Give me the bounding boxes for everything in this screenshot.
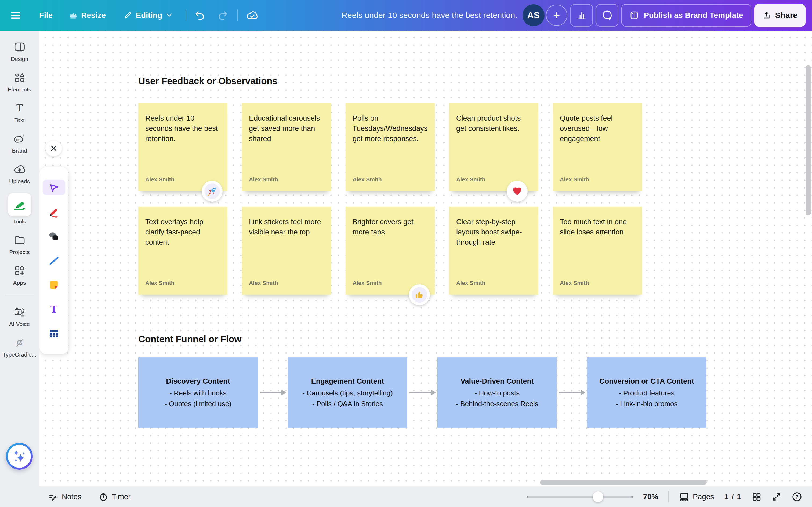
sticky-note[interactable]: Clear step-by-step layouts boost swipe-t… bbox=[449, 207, 539, 294]
sticky-note[interactable]: Text overlays help clarify fast-paced co… bbox=[138, 207, 227, 294]
sticky-note[interactable]: Link stickers feel more visible near the… bbox=[242, 207, 331, 294]
sticky-note[interactable]: Educational carousels get saved more tha… bbox=[242, 103, 331, 191]
undo-icon bbox=[194, 10, 206, 21]
editing-mode-dropdown[interactable]: Editing bbox=[123, 11, 172, 20]
fullscreen-button[interactable] bbox=[772, 492, 781, 502]
file-menu-button[interactable]: File bbox=[39, 11, 53, 20]
sticky-note-text: Text overlays help clarify fast-paced co… bbox=[145, 218, 203, 246]
publish-brand-template-button[interactable]: Publish as Brand Template bbox=[621, 4, 751, 26]
horizontal-scrollbar[interactable] bbox=[540, 480, 707, 485]
reaction-badge[interactable] bbox=[507, 181, 528, 202]
tool-draw-button[interactable] bbox=[43, 204, 65, 220]
grid-view-icon bbox=[752, 492, 762, 502]
expand-icon bbox=[772, 492, 781, 502]
sidebar-item-typegradient[interactable]: G TypeGradie... bbox=[0, 336, 39, 358]
share-button[interactable]: Share bbox=[754, 4, 806, 26]
sticky-note[interactable]: Brighter covers get more taps Alex Smith bbox=[346, 207, 435, 294]
sticky-note-text: Too much text in one slide loses attenti… bbox=[560, 218, 627, 236]
flow-box-item: - How-to posts bbox=[475, 389, 520, 397]
document-title[interactable]: Reels under 10 seconds have the best ret… bbox=[342, 11, 517, 20]
flow-arrow[interactable] bbox=[258, 357, 288, 428]
sticky-note[interactable]: Clean product shots get consistent likes… bbox=[449, 103, 539, 191]
sticky-note-author: Alex Smith bbox=[456, 278, 486, 288]
pages-button[interactable]: Pages bbox=[679, 492, 714, 502]
text-icon: T bbox=[14, 103, 25, 113]
notes-icon bbox=[49, 492, 58, 502]
vertical-scrollbar[interactable] bbox=[806, 65, 811, 215]
section-title-feedback[interactable]: User Feedback or Observations bbox=[138, 76, 277, 87]
resize-button[interactable]: Resize bbox=[69, 11, 106, 20]
flow-box-engagement[interactable]: Engagement Content - Carousels (tips, st… bbox=[288, 357, 407, 428]
whiteboard-canvas[interactable]: User Feedback or Observations Reels unde… bbox=[39, 31, 812, 486]
sidebar-item-text[interactable]: T Text bbox=[0, 101, 39, 123]
redo-icon bbox=[217, 10, 228, 21]
undo-button[interactable] bbox=[194, 10, 206, 21]
sidebar-item-ai-voice[interactable]: T AI Voice bbox=[0, 305, 39, 327]
notes-label: Notes bbox=[62, 493, 81, 501]
tool-sticky-note-button[interactable] bbox=[43, 277, 65, 293]
sidebar-item-uploads[interactable]: Uploads bbox=[0, 163, 39, 184]
flow-box-discovery[interactable]: Discovery Content - Reels with hooks - Q… bbox=[138, 357, 258, 428]
grid-view-button[interactable] bbox=[752, 492, 762, 502]
sidebar-item-projects[interactable]: Projects bbox=[0, 233, 39, 256]
avatar[interactable]: AS bbox=[522, 4, 545, 26]
sidebar-label: Brand bbox=[12, 148, 27, 154]
sticky-note-author: Alex Smith bbox=[145, 278, 174, 288]
flow-arrow[interactable] bbox=[557, 357, 587, 428]
ai-assistant-button[interactable] bbox=[6, 443, 33, 470]
cloud-save-status-button[interactable] bbox=[246, 10, 258, 21]
main-menu-button[interactable] bbox=[11, 11, 20, 19]
flow-arrow[interactable] bbox=[407, 357, 438, 428]
sparkles-icon bbox=[12, 449, 27, 464]
sidebar-item-elements[interactable]: Elements bbox=[0, 71, 39, 93]
section-title-funnel[interactable]: Content Funnel or Flow bbox=[138, 334, 241, 344]
flow-box-conversion[interactable]: Conversion or CTA Content - Product feat… bbox=[587, 357, 706, 428]
sticky-note[interactable]: Too much text in one slide loses attenti… bbox=[553, 207, 642, 294]
share-label: Share bbox=[775, 11, 798, 20]
comment-bubble-icon bbox=[602, 10, 613, 21]
sidebar-item-design[interactable]: Design bbox=[0, 40, 39, 62]
sticky-note[interactable]: Reels under 10 seconds have the best ret… bbox=[138, 103, 227, 191]
timer-button[interactable]: Timer bbox=[99, 492, 131, 502]
comments-button[interactable] bbox=[596, 4, 618, 26]
sidebar-item-tools[interactable]: Tools bbox=[0, 193, 39, 225]
bar-chart-icon bbox=[576, 10, 587, 21]
tool-table-button[interactable] bbox=[43, 326, 65, 341]
sticky-note[interactable]: Polls on Tuesdays/Wednesdays get more re… bbox=[346, 103, 435, 191]
flow-box-value-driven[interactable]: Value-Driven Content - How-to posts - Be… bbox=[438, 357, 557, 428]
sidebar-label: Projects bbox=[9, 249, 30, 256]
zoom-level[interactable]: 70% bbox=[643, 493, 658, 501]
sticky-note[interactable]: Quote posts feel overused—low engagement… bbox=[553, 103, 642, 191]
pages-icon bbox=[679, 492, 689, 502]
table-icon bbox=[48, 328, 60, 340]
close-toolbar-button[interactable] bbox=[45, 140, 62, 156]
tool-text-button[interactable]: T bbox=[43, 301, 65, 317]
design-icon bbox=[14, 42, 26, 52]
flow-box-title: Engagement Content bbox=[311, 377, 384, 386]
sidebar-label: Tools bbox=[13, 218, 26, 225]
notes-button[interactable]: Notes bbox=[49, 492, 81, 502]
pages-label: Pages bbox=[693, 493, 714, 501]
avatar-initials: AS bbox=[527, 10, 540, 20]
whiteboard-tool-panel: T bbox=[40, 167, 68, 354]
tool-shapes-button[interactable] bbox=[43, 229, 65, 244]
tool-line-button[interactable] bbox=[43, 253, 65, 269]
tool-select-button[interactable] bbox=[43, 180, 65, 195]
reaction-badge[interactable] bbox=[202, 181, 222, 202]
insights-button[interactable] bbox=[570, 4, 593, 26]
add-collaborator-button[interactable]: + bbox=[546, 5, 567, 26]
reaction-badge[interactable] bbox=[409, 284, 430, 305]
ai-voice-icon: T bbox=[13, 306, 26, 318]
flow-box-item: - Quotes (limited use) bbox=[165, 400, 232, 408]
sidebar-item-apps[interactable]: Apps bbox=[0, 264, 39, 286]
heart-reaction-icon bbox=[512, 186, 522, 196]
flow-box-title: Value-Driven Content bbox=[460, 377, 534, 386]
zoom-slider[interactable] bbox=[527, 492, 633, 502]
zoom-slider-thumb[interactable] bbox=[593, 492, 603, 502]
redo-button[interactable] bbox=[217, 10, 228, 21]
sidebar-item-brand[interactable]: co Brand bbox=[0, 132, 39, 154]
sticky-note-text: Brighter covers get more taps bbox=[353, 218, 413, 236]
sticky-note-text: Polls on Tuesdays/Wednesdays get more re… bbox=[353, 114, 427, 143]
file-label: File bbox=[39, 11, 53, 20]
help-button[interactable]: ? bbox=[792, 492, 802, 502]
